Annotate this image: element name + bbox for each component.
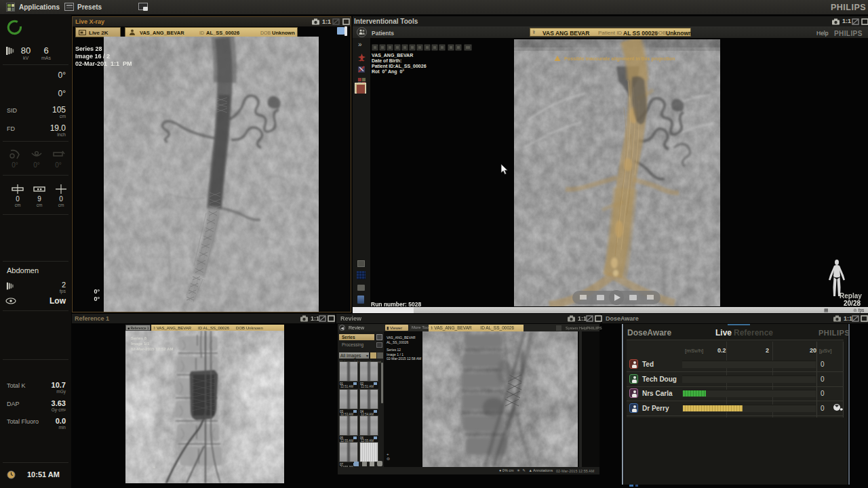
svg-text:Series 8: Series 8 [131, 336, 147, 340]
svg-text:+: + [153, 465, 155, 470]
svg-text:Image 1/1: Image 1/1 [131, 342, 150, 346]
svg-text:Possible inaccurate alignment: Possible inaccurate alignment in this pr… [564, 56, 675, 62]
svg-text:02-Mar-2015 12:52 AM: 02-Mar-2015 12:52 AM [131, 347, 173, 351]
